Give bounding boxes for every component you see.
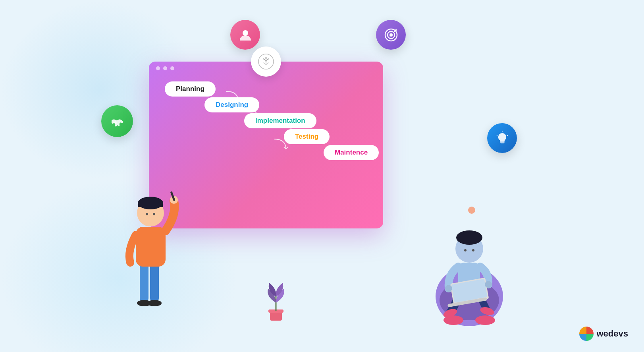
svg-rect-6	[501, 143, 504, 143]
svg-line-8	[497, 135, 497, 136]
svg-line-9	[507, 135, 508, 136]
target-icon	[376, 20, 406, 50]
browser-dot-3	[170, 66, 174, 70]
user-icon	[230, 20, 260, 50]
person-right	[430, 205, 509, 328]
svg-point-38	[472, 249, 474, 251]
svg-point-36	[456, 230, 482, 245]
plant-decoration	[262, 271, 290, 324]
handshake-icon	[101, 105, 133, 137]
lightbulb-icon	[487, 123, 517, 153]
flow-item-planning: Planning	[165, 81, 216, 97]
svg-rect-5	[500, 141, 505, 143]
wedevs-brand-name: wedevs	[597, 329, 629, 339]
wedevs-logo: wedevs	[579, 327, 629, 341]
svg-rect-12	[150, 263, 159, 302]
svg-point-20	[146, 213, 148, 215]
svg-point-0	[243, 30, 248, 36]
svg-point-40	[485, 281, 492, 288]
wedevs-logo-circle	[579, 327, 594, 341]
decorative-dot	[468, 207, 475, 214]
svg-point-28	[475, 315, 495, 325]
svg-point-39	[445, 285, 452, 292]
person-left	[115, 167, 185, 318]
svg-point-10	[265, 57, 267, 59]
svg-point-3	[389, 33, 393, 37]
svg-rect-11	[140, 263, 148, 302]
svg-point-14	[147, 300, 162, 306]
browser-dot-2	[163, 66, 167, 70]
browser-dot-1	[156, 66, 160, 70]
main-container: Planning Designing Implementation	[0, 0, 644, 352]
flow-item-maintence: Maintence	[324, 145, 379, 160]
svg-point-37	[464, 249, 467, 251]
flowchart: Planning Designing Implementation	[165, 81, 379, 160]
svg-rect-15	[136, 227, 166, 267]
browser-logo	[251, 46, 281, 77]
svg-point-21	[153, 213, 155, 215]
